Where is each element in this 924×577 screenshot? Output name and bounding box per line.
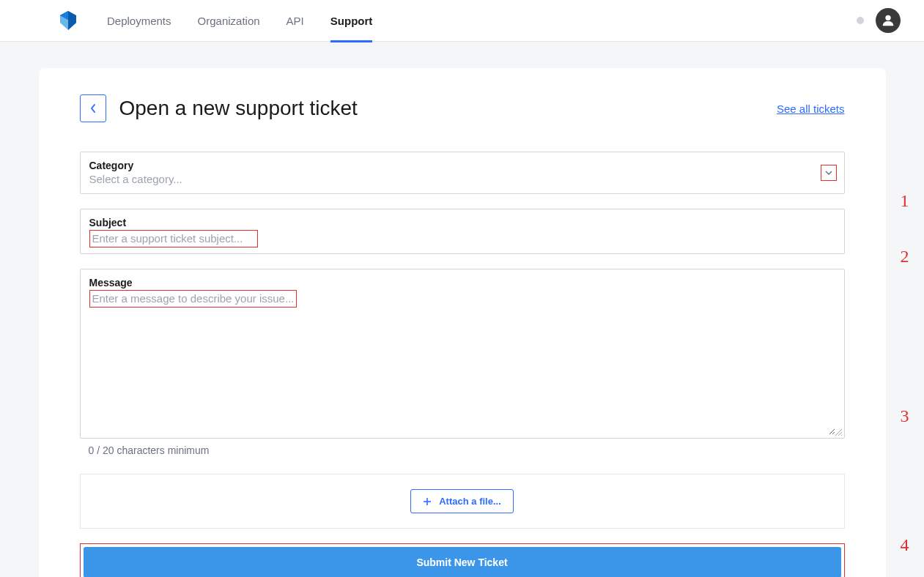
topnav-left: Deployments Organization API Support <box>59 0 372 42</box>
submit-highlight-box: Submit New Ticket <box>80 543 845 577</box>
svg-line-2 <box>838 432 842 436</box>
submit-ticket-button[interactable]: Submit New Ticket <box>84 547 841 577</box>
message-field-group: Message Enter a message to describe your… <box>80 269 845 439</box>
message-label: Message <box>89 277 835 288</box>
character-count: 0 / 20 characters minimum <box>89 444 845 456</box>
nav-api[interactable]: API <box>287 0 304 42</box>
message-placeholder-text: Enter a message to describe your issue..… <box>92 292 295 305</box>
subject-input[interactable] <box>92 232 254 245</box>
annotation-2: 2 <box>901 247 909 267</box>
annotation-4: 4 <box>901 535 909 555</box>
svg-line-1 <box>835 429 842 436</box>
svg-point-0 <box>885 15 890 21</box>
nav-organization[interactable]: Organization <box>198 0 260 42</box>
shield-logo-icon <box>59 10 78 31</box>
nav-support[interactable]: Support <box>330 0 373 42</box>
person-icon <box>880 12 896 29</box>
see-all-tickets-link[interactable]: See all tickets <box>777 103 845 115</box>
category-placeholder: Select a category... <box>89 173 182 185</box>
page-title: Open a new support ticket <box>119 97 358 120</box>
attach-label: Attach a file... <box>439 496 501 507</box>
header-row: Open a new support ticket See all ticket… <box>80 94 845 122</box>
app-logo[interactable] <box>59 10 78 31</box>
plus-icon <box>423 497 432 506</box>
nav-deployments[interactable]: Deployments <box>107 0 171 42</box>
message-textarea[interactable] <box>89 310 835 435</box>
user-avatar[interactable] <box>876 8 901 33</box>
status-indicator-icon <box>857 17 864 24</box>
subject-label: Subject <box>89 217 835 228</box>
chevron-down-icon <box>824 170 833 176</box>
svg-line-3 <box>841 435 842 436</box>
subject-highlight-box <box>89 230 258 247</box>
category-field[interactable]: Category Select a category... <box>80 152 845 194</box>
subject-field-group: Subject <box>80 209 845 254</box>
support-card: Open a new support ticket See all ticket… <box>39 68 886 577</box>
annotation-3: 3 <box>901 406 909 426</box>
annotation-1: 1 <box>901 191 909 211</box>
nav-links: Deployments Organization API Support <box>107 0 372 42</box>
attach-file-button[interactable]: Attach a file... <box>410 489 514 513</box>
topnav-right <box>857 8 901 33</box>
message-highlight-box: Enter a message to describe your issue..… <box>89 290 297 308</box>
chevron-left-icon <box>89 103 97 113</box>
back-button[interactable] <box>80 94 106 122</box>
top-navigation: Deployments Organization API Support <box>0 0 924 42</box>
category-label: Category <box>89 160 835 171</box>
content-wrap: Open a new support ticket See all ticket… <box>0 42 924 577</box>
header-left: Open a new support ticket <box>80 94 358 122</box>
category-dropdown-toggle[interactable] <box>821 165 837 181</box>
attach-section: Attach a file... <box>80 474 845 529</box>
